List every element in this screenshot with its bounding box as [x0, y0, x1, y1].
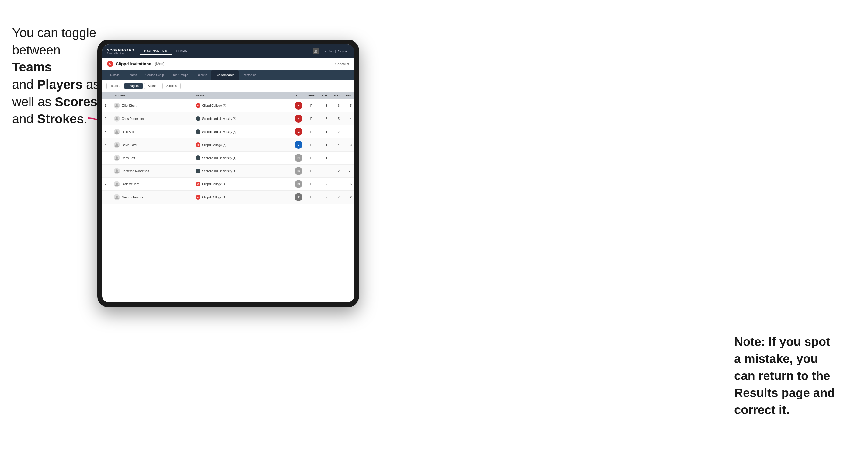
cell-team: C Clippd College [A] [193, 191, 287, 204]
team-logo: C [196, 143, 200, 147]
cell-rd2: +5 [330, 112, 342, 125]
cell-rd1: +1 [318, 125, 330, 138]
player-avatar [114, 102, 120, 108]
table-row: 1 Elliot Ebert C Clippd College [A] -8 F… [102, 99, 354, 112]
cell-rd1: +1 [318, 152, 330, 164]
nav-link-teams[interactable]: TEAMS [173, 48, 190, 55]
col-rd3: RD3 [342, 92, 354, 99]
tab-details[interactable]: Details [106, 70, 124, 80]
team-name: Scoreboard University [A] [202, 117, 237, 121]
cell-rank: 1 [102, 99, 111, 112]
tournament-name: Clippd Invitational [116, 61, 152, 66]
player-name: Cameron Robertson [122, 169, 149, 173]
cell-team: C Clippd College [A] [193, 178, 287, 191]
cell-rd2: +2 [330, 164, 342, 178]
svg-point-7 [116, 169, 118, 171]
team-name: Scoreboard University [A] [202, 169, 237, 173]
svg-point-5 [116, 143, 118, 145]
nav-signout[interactable]: Sign out [338, 50, 349, 53]
tab-course-setup[interactable]: Course Setup [141, 70, 168, 80]
player-avatar [114, 181, 120, 187]
score-badge: +11 [294, 193, 302, 201]
score-badge: -4 [294, 115, 302, 123]
nav-user-text: Test User | [321, 50, 336, 53]
cell-player: Blair McHarg [111, 178, 193, 191]
sub-tab-players[interactable]: Players [124, 83, 143, 89]
players-table: # PLAYER TEAM TOTAL THRU RD1 RD2 RD3 1 [102, 92, 354, 204]
svg-point-2 [116, 104, 118, 106]
table-row: 2 Chris Robertson ▪ Scoreboard Universit… [102, 112, 354, 125]
nav-logo: SCOREBOARD Powered by clippd [107, 49, 134, 54]
cell-rank: 7 [102, 178, 111, 191]
table-header: # PLAYER TEAM TOTAL THRU RD1 RD2 RD3 [102, 92, 354, 99]
cell-rd1: +2 [318, 191, 330, 204]
tab-leaderboards[interactable]: Leaderboards [211, 70, 239, 80]
cell-rd3: -4 [342, 112, 354, 125]
player-name: Elliot Ebert [122, 104, 136, 107]
cell-rd2: -6 [330, 99, 342, 112]
player-avatar [114, 168, 120, 174]
sub-tab-scores[interactable]: Scores [144, 83, 161, 89]
cell-player: Rich Butler [111, 125, 193, 138]
cell-rd1: +3 [318, 99, 330, 112]
cell-rank: 8 [102, 191, 111, 204]
col-rd2: RD2 [330, 92, 342, 99]
tab-tee-groups[interactable]: Tee Groups [168, 70, 193, 80]
team-logo: ▪ [196, 168, 200, 174]
col-thru: THRU [305, 92, 318, 99]
cancel-button[interactable]: Cancel ✕ [335, 62, 349, 66]
cell-total: +6 [287, 164, 305, 178]
cell-thru: F [305, 178, 318, 191]
tournament-title: C Clippd Invitational (Men) [107, 61, 164, 67]
tab-teams[interactable]: Teams [124, 70, 141, 80]
cell-team: ▪ Scoreboard University [A] [193, 112, 287, 125]
team-name: Clippd College [A] [202, 183, 226, 186]
left-annotation: You can toggle between Teams and Players… [12, 24, 103, 128]
col-rank: # [102, 92, 111, 99]
svg-point-3 [116, 117, 118, 119]
svg-point-8 [116, 183, 118, 184]
nav-user: Test User | Sign out [313, 48, 349, 54]
cell-rank: 4 [102, 138, 111, 152]
team-logo: ▪ [196, 155, 200, 160]
cell-player: Rees Britt [111, 152, 193, 164]
cell-team: ▪ Scoreboard University [A] [193, 125, 287, 138]
annotation-strokes-bold: Strokes [37, 112, 84, 126]
tablet-frame: SCOREBOARD Powered by clippd TOURNAMENTS… [97, 39, 359, 307]
score-badge: +6 [294, 167, 302, 175]
sub-tab-teams[interactable]: Teams [106, 83, 123, 89]
cell-rank: 3 [102, 125, 111, 138]
team-name: Clippd College [A] [202, 104, 226, 107]
right-annotation: Note: If you spota mistake, youcan retur… [734, 333, 850, 418]
cell-thru: F [305, 152, 318, 164]
player-name: Marcus Turners [122, 196, 143, 199]
col-player: PLAYER [111, 92, 193, 99]
cell-rd3: +2 [342, 191, 354, 204]
team-logo: C [196, 103, 200, 108]
cell-total: +9 [287, 178, 305, 191]
cell-total: -8 [287, 99, 305, 112]
nav-link-tournaments[interactable]: TOURNAMENTS [140, 48, 172, 55]
sub-tab-strokes[interactable]: Strokes [162, 83, 181, 89]
table-row: 5 Rees Britt ▪ Scoreboard University [A]… [102, 152, 354, 164]
col-total: TOTAL [287, 92, 305, 99]
table-body: 1 Elliot Ebert C Clippd College [A] -8 F… [102, 99, 354, 204]
nav-bar: SCOREBOARD Powered by clippd TOURNAMENTS… [102, 44, 354, 58]
cell-team: ▪ Scoreboard University [A] [193, 164, 287, 178]
cell-rd1: +1 [318, 138, 330, 152]
tab-results[interactable]: Results [193, 70, 211, 80]
tab-printables[interactable]: Printables [239, 70, 260, 80]
cell-rank: 5 [102, 152, 111, 164]
player-name: David Ford [122, 143, 136, 147]
player-avatar [114, 129, 120, 135]
cell-rd2: E [330, 152, 342, 164]
score-badge: +1 [294, 154, 302, 162]
nav-links: TOURNAMENTS TEAMS [140, 48, 312, 55]
cell-rd2: -2 [330, 125, 342, 138]
player-name: Chris Robertson [122, 117, 144, 121]
player-avatar [114, 116, 120, 122]
team-name: Scoreboard University [A] [202, 156, 237, 160]
nav-logo-subtitle: Powered by clippd [107, 52, 134, 54]
player-name: Rees Britt [122, 156, 135, 160]
player-avatar [114, 194, 120, 200]
